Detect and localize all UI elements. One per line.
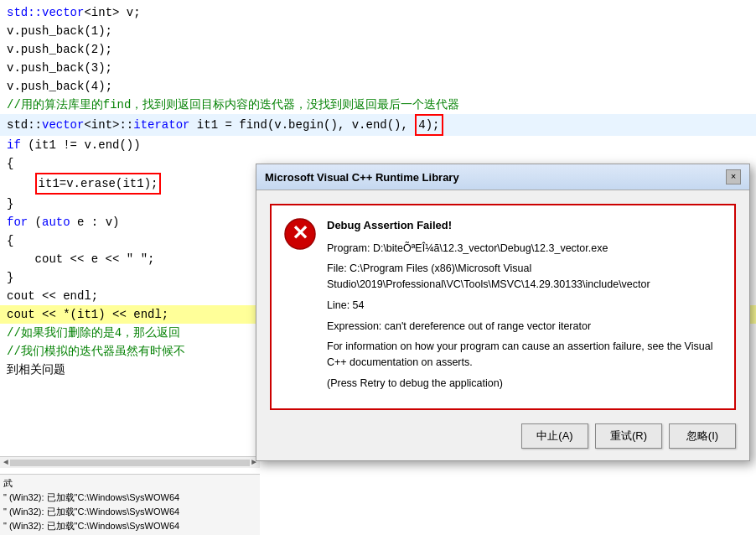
abort-button[interactable]: 中止(A) bbox=[521, 423, 588, 449]
svg-text:✕: ✕ bbox=[292, 221, 308, 244]
file-line: File: C:\Program Files (x86)\Microsoft V… bbox=[327, 261, 722, 293]
program-line: Program: D:\biteÕªEÎ¼ã\12.3_vector\Debug… bbox=[327, 241, 722, 257]
expression-line: Expression: can't dereference out of ran… bbox=[327, 319, 722, 335]
error-icon: ✕ bbox=[283, 217, 317, 251]
dialog-content-area: ✕ Debug Assertion Failed! Program: D:\bi… bbox=[270, 204, 736, 410]
dialog-close-button[interactable]: × bbox=[726, 169, 741, 184]
dialog-body: ✕ Debug Assertion Failed! Program: D:\bi… bbox=[256, 190, 749, 460]
retry-button[interactable]: 重试(R) bbox=[595, 423, 662, 449]
dialog-buttons: 中止(A) 重试(R) 忽略(I) bbox=[270, 420, 736, 452]
line-number: Line: 54 bbox=[327, 298, 722, 314]
ignore-button[interactable]: 忽略(I) bbox=[669, 423, 736, 449]
error-message-area: Debug Assertion Failed! Program: D:\bite… bbox=[327, 217, 722, 397]
info-text: For information on how your program can … bbox=[327, 339, 722, 371]
press-text: (Press Retry to debug the application) bbox=[327, 376, 722, 392]
dialog-title: Microsoft Visual C++ Runtime Library bbox=[265, 171, 459, 184]
dialog-overlay: Microsoft Visual C++ Runtime Library × ✕… bbox=[0, 0, 756, 535]
dialog-titlebar: Microsoft Visual C++ Runtime Library × bbox=[256, 164, 749, 190]
error-title: Debug Assertion Failed! bbox=[327, 217, 722, 234]
runtime-error-dialog: Microsoft Visual C++ Runtime Library × ✕… bbox=[256, 164, 750, 461]
